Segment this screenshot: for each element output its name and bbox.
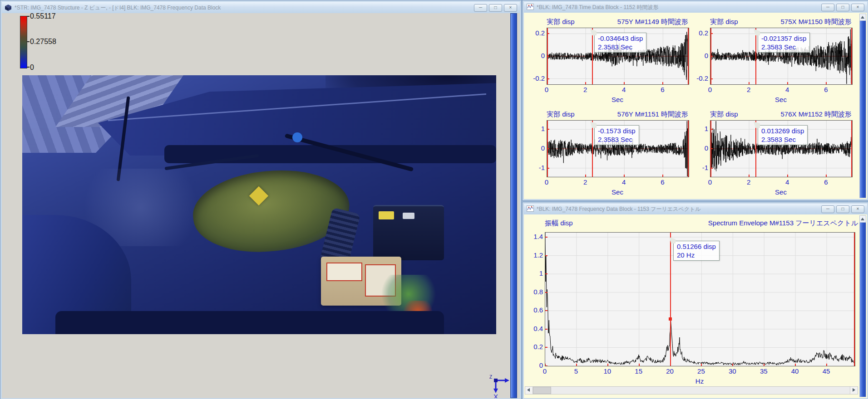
legend-mid-label: 0.27558 [30, 38, 56, 46]
time-cursor[interactable] [592, 121, 593, 177]
frequency-cursor[interactable] [670, 233, 671, 366]
y-tick-label: -0.2 [693, 74, 708, 82]
axis-tick [547, 78, 549, 79]
x-tick-label: 6 [820, 86, 831, 93]
x-tick-label: 0 [541, 178, 552, 186]
x-tick-label: 2 [580, 86, 591, 93]
maximize-button[interactable]: □ [489, 4, 502, 12]
y-tick-label: 1.2 [528, 251, 543, 259]
legend-tick [27, 67, 30, 68]
x-tick-label: 20 [663, 367, 677, 375]
axis-triad: Y X Z [488, 373, 513, 398]
axis-tick [662, 175, 663, 177]
y-tick-label: 1 [529, 125, 545, 132]
axis-tick [545, 365, 547, 366]
time-cursor[interactable] [755, 28, 756, 84]
maximize-button[interactable]: □ [836, 4, 849, 11]
axis-tick [576, 364, 577, 366]
annotation-time: 2.3583 Sec [598, 136, 636, 143]
minimize-button[interactable]: ─ [821, 205, 834, 213]
time-plot-576Y: 実部 disp 576Y M#1151 時間波形 1 0 -1 -0.1573 … [529, 109, 689, 203]
annotation-time: 2.3583 Sec [598, 43, 643, 51]
x-tick-label: 0 [705, 86, 715, 93]
scroll-up-button[interactable] [860, 14, 866, 21]
scroll-right-button[interactable] [850, 387, 858, 394]
scrollbar-thumb[interactable] [860, 21, 866, 198]
plot-y-axis-label: 実部 disp [710, 18, 738, 26]
waveform-plot-area[interactable]: -0.034643 disp 2.3583 Sec [547, 28, 689, 85]
axis-tick [545, 255, 547, 256]
x-tick-label: 40 [788, 367, 802, 375]
band-end-cursor[interactable] [688, 121, 689, 177]
axis-tick [710, 168, 713, 169]
axis-tick [545, 292, 547, 293]
axis-tick [826, 364, 827, 366]
plot-y-axis-label: 振幅 disp [545, 219, 573, 228]
band-end-cursor[interactable] [851, 121, 852, 177]
band-end-cursor[interactable] [688, 28, 689, 84]
minimize-button[interactable]: ─ [821, 4, 834, 11]
structure-client-area: 0.55117 0.27558 0 [2, 13, 520, 398]
color-scale-gradient [20, 16, 27, 68]
time-window-titlebar[interactable]: *BLK: IMG_7478 Time Data Block - 1152 時間… [524, 2, 867, 13]
x-axis-unit: Sec [710, 96, 852, 103]
x-tick-label: 15 [632, 367, 646, 375]
color-scale-legend: 0.55117 0.27558 0 [20, 14, 74, 82]
maximize-icon: □ [494, 5, 497, 10]
minimize-button[interactable]: ─ [474, 4, 487, 12]
legend-min-label: 0 [30, 63, 34, 72]
x-tick-label: 35 [757, 367, 770, 375]
y-tick-label: 0 [693, 52, 708, 59]
waveform-plot-area[interactable]: 0.013269 disp 2.3583 Sec [710, 120, 853, 177]
engine-bay-model-view[interactable] [22, 75, 496, 334]
axis-tick [545, 310, 547, 311]
desktop: *STR: IMG_7478 Structure - Z ビュー, - [ドI4… [0, 0, 868, 399]
scroll-left-button[interactable] [525, 387, 533, 394]
cursor-annotation: 0.013269 disp 2.3583 Sec [758, 125, 808, 145]
y-tick-label: -1 [693, 164, 708, 171]
structure-window-titlebar[interactable]: *STR: IMG_7478 Structure - Z ビュー, - [ドI4… [2, 2, 520, 14]
x-tick-label: 0 [705, 178, 715, 186]
freq-horizontal-scrollbar[interactable] [525, 386, 858, 394]
axis-tick [826, 175, 827, 177]
spectrum-plot: 振幅 disp Spectrum Envelope M#1153 フーリエスペク… [528, 218, 866, 387]
y-tick-label: 0 [529, 144, 545, 152]
freq-window-titlebar[interactable]: *BLK: IMG_7478 Frequency Data Block - 11… [524, 204, 867, 215]
plot-title: 576Y M#1151 時間波形 [617, 110, 688, 119]
band-end-cursor[interactable] [851, 28, 852, 84]
y-tick-label: 0 [693, 144, 708, 152]
arrow-right-icon [853, 388, 855, 392]
maximize-button[interactable]: □ [836, 205, 849, 213]
y-tick-label: 0.2 [693, 29, 708, 37]
y-tick-label: 0 [529, 52, 545, 59]
axis-tick [607, 364, 608, 366]
close-button[interactable]: × [504, 4, 517, 12]
waveform-plot-area[interactable]: -0.1573 disp 2.3583 Sec [547, 120, 689, 177]
arrow-up-icon [861, 218, 864, 220]
axis-tick [710, 33, 713, 34]
freq-vertical-scrollbar[interactable] [859, 215, 866, 397]
triad-z-label: Z [489, 375, 492, 380]
minimize-icon: ─ [826, 206, 829, 211]
scrollbar-thumb[interactable] [860, 223, 866, 397]
axis-tick [787, 175, 788, 177]
axis-tick [545, 237, 547, 238]
time-cursor[interactable] [755, 121, 756, 177]
axis-tick [547, 33, 549, 34]
scrollbar-thumb[interactable] [533, 387, 551, 394]
spectrum-plot-area[interactable]: 0.51266 disp 20 Hz [545, 232, 855, 366]
axis-tick [732, 364, 733, 366]
close-button[interactable]: × [851, 205, 864, 213]
axis-tick [639, 364, 640, 366]
close-button[interactable]: × [851, 4, 864, 11]
plot-title: 575X M#1150 時間波形 [781, 18, 852, 26]
waveform-plot-area[interactable]: -0.021357 disp 2.3583 Sec [710, 28, 853, 85]
structure-vertical-scrollbar[interactable] [510, 13, 517, 398]
x-tick-label: 4 [618, 178, 629, 186]
time-cursor[interactable] [592, 28, 593, 84]
scroll-up-button[interactable] [860, 216, 866, 223]
caution-chip [326, 263, 362, 281]
band-end-cursor[interactable] [854, 233, 855, 366]
x-tick-label: 6 [657, 178, 668, 186]
time-vertical-scrollbar[interactable] [859, 14, 866, 198]
